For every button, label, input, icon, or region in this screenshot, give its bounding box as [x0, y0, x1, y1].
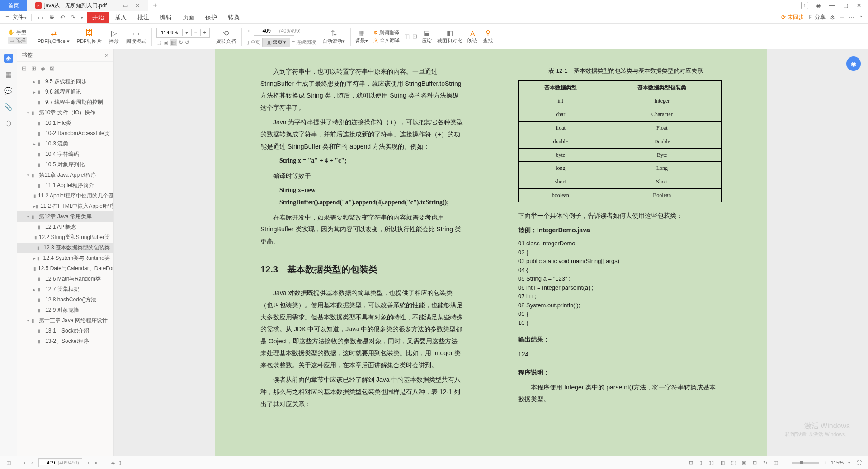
bookmark-item[interactable]: ▸▮10-3 流类 [17, 139, 113, 149]
bookmark-item[interactable]: ▮12.5 Date与Calendar、DateFormat类 [17, 263, 113, 274]
fab-button[interactable]: ◉ [846, 56, 861, 71]
bookmark-item[interactable]: ▮10.4 字符编码 [17, 149, 113, 159]
sb-view1[interactable]: ⊞ [687, 460, 695, 466]
sb-prev-page[interactable]: ‹ [29, 460, 35, 465]
tab-home[interactable]: 首页 [0, 0, 27, 11]
zoom-out[interactable]: − [191, 29, 200, 36]
bookmark-item[interactable]: ▸▮12.4 System类与Runtime类 [17, 253, 113, 263]
double-page[interactable]: ▯▯ 双页▾ [263, 38, 290, 47]
sb-view9[interactable]: ◫ [772, 460, 780, 466]
share-button[interactable]: ⚐ 分享 [808, 14, 826, 21]
tab-document[interactable]: P java从一无所知到入门.pdf ▭ ✕ [27, 0, 148, 11]
sb-zoom-in[interactable]: + [821, 460, 828, 465]
bookmark-item[interactable]: ▮9.7 线程生命周期的控制 [17, 97, 113, 108]
pdf-to-image[interactable]: 🖼PDF转图片 [73, 28, 105, 45]
maximize-icon[interactable]: ▢ [842, 2, 849, 9]
bookmark-item[interactable]: ▸▮9.6 线程间通讯 [17, 87, 113, 97]
minimize-icon[interactable]: — [828, 2, 835, 9]
compress[interactable]: ⬓压缩 [419, 28, 434, 44]
tool-expand[interactable]: ⊞ [31, 65, 36, 72]
menu-0[interactable]: 开始 [87, 12, 109, 23]
sb-first-page[interactable]: ⇤ [22, 460, 29, 466]
document-area[interactable]: ◉ 入到字符串中，也可以转置字符串中原来的内容。一旦通过 StringBuffe… [114, 49, 868, 456]
badge-icon[interactable]: 1 [801, 2, 808, 9]
zoom-in[interactable]: + [200, 29, 209, 36]
sb-view7[interactable]: ⊡ [751, 460, 759, 466]
zoom-control[interactable]: ▾ − + [156, 28, 210, 38]
tool-collapse[interactable]: ⊟ [22, 65, 27, 72]
continuous-read[interactable]: ≡ 连续阅读 [292, 39, 316, 46]
adapt-icon[interactable]: ⊡ [412, 33, 417, 40]
bookmark-item[interactable]: ▮11.1 Applet程序简介 [17, 180, 113, 191]
bookmark-item[interactable]: ▮10-2 RandomAccessFile类 [17, 128, 113, 139]
sb-last-page[interactable]: ⇥ [91, 460, 99, 466]
comment-icon[interactable]: 💬 [4, 86, 13, 95]
bookmark-item[interactable]: ▸▮11.2 在HTML中嵌入Applet程序 [17, 201, 113, 211]
rotate-doc[interactable]: ⟲旋转文档 [212, 28, 240, 45]
print-icon[interactable]: 🖶 [47, 14, 57, 21]
single-page[interactable]: ▯ 单页 [246, 39, 260, 46]
full-translate[interactable]: 文 全文翻译 [373, 37, 400, 44]
menu-5[interactable]: 保护 [200, 12, 222, 23]
bookmark-item[interactable]: ▸▮9.5 多线程的同步 [17, 76, 113, 87]
zoom-input[interactable] [157, 28, 182, 37]
bookmark-item[interactable]: ▾▮第十三章 Java 网络程序设计 [17, 315, 113, 326]
redo-icon[interactable]: ↷ [69, 14, 77, 21]
background[interactable]: ▦背景▾ [353, 28, 371, 44]
sb-panel-icon[interactable]: ◫ [5, 460, 13, 466]
sb-view5[interactable]: ⬚ [729, 460, 737, 466]
sb-next-page[interactable]: › [86, 460, 91, 465]
rotate-left-icon[interactable]: ↻ [179, 39, 183, 46]
page-input[interactable] [254, 26, 279, 35]
zoom-dropdown[interactable]: ▾ [182, 29, 191, 36]
tool-delete[interactable]: ⊠ [50, 65, 55, 72]
word-translate[interactable]: ⚙ 划词翻译 [373, 29, 400, 36]
bookmark-item[interactable]: ▾▮第11章 Java Applet程序 [17, 170, 113, 180]
pdf-to-office[interactable]: ⇄PDF转Office ▾ [34, 28, 73, 45]
select-tool[interactable]: ▭选择 [8, 37, 27, 44]
sb-page-icon[interactable]: ▯ [117, 460, 123, 466]
bookmark-item[interactable]: ▮11.2 Applet程序中使用的几个基本方法 [17, 191, 113, 201]
undo-icon[interactable]: ↶ [58, 14, 67, 21]
sb-view6[interactable]: ▣ [740, 460, 748, 466]
sync-status[interactable]: ⟳ 未同步 [781, 14, 803, 21]
sb-zoom-value[interactable]: 115% [831, 460, 844, 465]
thumbnail-icon[interactable]: ▦ [4, 70, 13, 79]
bookmark-item[interactable]: ▾▮第12章 Java 常用类库 [17, 211, 113, 222]
fit-width-icon[interactable]: ⬚ [156, 39, 161, 46]
bookmark-item[interactable]: ▮13-1、Socket介绍 [17, 326, 113, 336]
sb-page-input[interactable] [39, 460, 55, 465]
tool-bookmark[interactable]: ◈ [41, 65, 45, 72]
bookmark-item[interactable]: ▮13-2、Socket程序 [17, 336, 113, 347]
bookmark-item[interactable]: ▮12.9 对象克隆 [17, 305, 113, 315]
window-icon[interactable]: ▭ [840, 14, 844, 21]
file-menu[interactable]: 文件▾ [13, 14, 27, 21]
layers-icon[interactable]: ⬡ [4, 119, 13, 128]
screenshot[interactable]: ◧截图和对比 [434, 28, 465, 44]
dropdown-icon[interactable]: ▾ [79, 15, 85, 20]
sb-zoom-dropdown[interactable]: ▾ [846, 460, 852, 465]
open-icon[interactable]: ▭ [36, 14, 45, 21]
bookmark-item[interactable]: ▮12.6 Math与Random类 [17, 274, 113, 284]
play-button[interactable]: ▷播放 [105, 28, 123, 45]
sb-bookmark-icon[interactable]: ◈ [109, 460, 117, 466]
rotate-right-icon[interactable]: ↺ [185, 39, 189, 46]
sb-fullscreen[interactable]: ⛶ [855, 460, 863, 465]
bookmark-item[interactable]: ▮12.1 API概念 [17, 222, 113, 232]
more-icon[interactable]: ⋯ [849, 14, 854, 21]
attachment-icon[interactable]: 📎 [4, 103, 13, 112]
hamburger-icon[interactable]: ≡ [5, 14, 9, 21]
bookmark-item[interactable]: ▾▮第10章 文件（IO）操作 [17, 108, 113, 118]
collapse-icon[interactable]: ⌃ [859, 15, 863, 20]
avatar-icon[interactable]: ◉ [815, 2, 822, 9]
read-aloud[interactable]: A朗读 [465, 28, 480, 44]
sb-view2[interactable]: ▯ [698, 460, 704, 466]
fit-page-icon[interactable]: ▣ [163, 39, 168, 46]
sb-view8[interactable]: ↻ [761, 460, 769, 466]
crop-icon[interactable]: ◫ [404, 33, 410, 40]
tab-menu-icon[interactable]: ▭ [123, 2, 128, 9]
sb-view3[interactable]: ▯▯ [707, 460, 716, 466]
prev-page[interactable]: ‹ [246, 28, 252, 34]
menu-6[interactable]: 转换 [222, 12, 245, 23]
menu-4[interactable]: 页面 [177, 12, 200, 23]
